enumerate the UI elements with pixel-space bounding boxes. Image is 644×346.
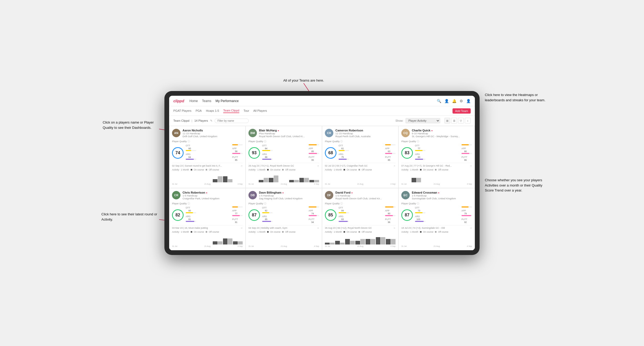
player-name[interactable]: Dave Billingham ● bbox=[259, 191, 319, 194]
filter-icon[interactable]: ▽ bbox=[458, 118, 464, 124]
bell-icon[interactable]: 🔔 bbox=[452, 99, 456, 103]
tab-tour[interactable]: Tour bbox=[243, 109, 249, 113]
quality-circle[interactable]: 93 bbox=[248, 147, 260, 159]
latest-round[interactable]: 03 Mar 23 | 19, Must make putting → bbox=[172, 225, 243, 229]
bar-offcourse bbox=[294, 180, 299, 182]
stat-bar bbox=[385, 206, 393, 207]
stat-value: 103 bbox=[415, 218, 420, 221]
player-card[interactable]: DF David Ford ● 1-5 Handicap Royal North… bbox=[322, 188, 398, 250]
stats-grid: OTT 60 APP 77 ARG 81 PU bbox=[186, 206, 243, 223]
bar-oncourse bbox=[325, 243, 330, 244]
player-name[interactable]: Charlie Quick ● bbox=[412, 129, 472, 132]
player-name[interactable]: Chris Robertson ● bbox=[183, 191, 243, 194]
latest-round[interactable]: 07 Aug 23 | 77 (+7), St George's Hill GC… bbox=[401, 163, 472, 167]
tab-hcaps[interactable]: Hcaps 1-5 bbox=[206, 109, 219, 113]
bar-oncourse bbox=[233, 241, 238, 244]
player-card[interactable]: DB Dave Billingham ● 1-5 Handicap Sag Ma… bbox=[246, 188, 322, 250]
latest-round[interactable]: 26 Aug 23 | 73 (+1), Royal North Devon G… bbox=[248, 163, 319, 167]
grid-view-icon[interactable]: ⊞ bbox=[444, 118, 450, 124]
stat-label: ARG bbox=[339, 215, 385, 218]
oncourse-dot bbox=[267, 231, 269, 233]
stat-value: 85 bbox=[262, 218, 267, 221]
add-team-button[interactable]: Add Team bbox=[453, 108, 471, 114]
stats-grid: OTT 60 APP 58 ARG 84 PU bbox=[186, 144, 243, 161]
activity-section: Activity · 1 Month On course Off course bbox=[401, 168, 472, 185]
edit-icon[interactable]: ✎ bbox=[210, 119, 212, 123]
tab-team-clippd[interactable]: Team Clippd bbox=[223, 109, 239, 113]
nav-home[interactable]: Home bbox=[189, 99, 198, 103]
stat-bar-container bbox=[385, 144, 396, 145]
stat-bar bbox=[232, 144, 238, 145]
bar-offcourse bbox=[360, 239, 365, 244]
chart-area: 31 Jul 21 Aug 4 Sep bbox=[325, 172, 396, 185]
stat-value: 79 bbox=[461, 212, 467, 215]
stat-value: 80 bbox=[461, 150, 467, 153]
player-card[interactable]: AN Aaron Nicholls 11-15 Handicap Drift G… bbox=[169, 126, 246, 188]
stat-bar bbox=[232, 153, 240, 154]
oncourse-dot bbox=[344, 169, 345, 171]
quality-circle[interactable]: 83 bbox=[401, 147, 413, 159]
activity-header: Activity · 1 Month On course Off course bbox=[248, 168, 319, 171]
activity-section: Activity · 1 Month On course Off course bbox=[401, 231, 472, 247]
list-view-icon[interactable]: ☰ bbox=[451, 118, 457, 124]
quality-circle[interactable]: 87 bbox=[401, 209, 413, 221]
nav-myperformance[interactable]: My Performance bbox=[216, 99, 239, 103]
chart-area: 31 Jul 21 Aug 4 Sep bbox=[401, 234, 472, 247]
bar-offcourse bbox=[304, 178, 309, 183]
quality-circle[interactable]: 85 bbox=[325, 209, 336, 221]
settings-icon[interactable]: ⚙ bbox=[460, 99, 463, 103]
tab-pga[interactable]: PGA bbox=[196, 109, 202, 113]
stat-bar-container bbox=[186, 159, 196, 160]
player-name[interactable]: Cameron Robertson bbox=[335, 129, 396, 132]
filter-input[interactable] bbox=[215, 119, 249, 123]
player-name[interactable]: Aaron Nicholls bbox=[183, 129, 243, 132]
stat-bar-container bbox=[186, 221, 196, 222]
show-select[interactable]: Player Activity Quality Score Trend bbox=[406, 118, 440, 123]
stat-bar-container bbox=[309, 206, 319, 207]
quality-circle[interactable]: 87 bbox=[248, 209, 260, 221]
stat-value: 85 bbox=[232, 159, 237, 161]
latest-round[interactable]: 02 Sep 23 | Sunset round to get back int… bbox=[172, 163, 243, 167]
nav-teams[interactable]: Teams bbox=[202, 99, 211, 103]
player-card[interactable]: EC Edward Crossman ● 1-5 Handicap Sunnin… bbox=[398, 188, 475, 250]
stat-value: 95 bbox=[309, 159, 314, 161]
bar-offcourse bbox=[417, 178, 421, 183]
bar-oncourse bbox=[223, 238, 228, 244]
chart-bars bbox=[248, 234, 319, 244]
quality-circle[interactable]: 82 bbox=[172, 209, 184, 221]
player-name[interactable]: Blair McHarg ● bbox=[259, 129, 319, 132]
quality-circle[interactable]: 68 bbox=[325, 147, 336, 159]
stat-bar-container bbox=[186, 150, 196, 151]
player-card[interactable]: CR Chris Robertson ● 1-5 Handicap Craigm… bbox=[169, 188, 246, 250]
player-header: CQ Charlie Quick ● 6-10 Handicap St. Geo… bbox=[401, 129, 472, 138]
stat-bar-container bbox=[232, 206, 243, 207]
latest-round[interactable]: 26 Aug 23 | 84 (+12), Royal North Devon … bbox=[325, 225, 396, 229]
ipad-frame: clippd Home Teams My Performance 🔍 👤 🔔 ⚙… bbox=[164, 91, 480, 255]
person-icon[interactable]: 👤 bbox=[444, 99, 449, 103]
player-card[interactable]: CR Cameron Robertson 11-15 Handicap Roya… bbox=[322, 126, 398, 188]
player-header: AN Aaron Nicholls 11-15 Handicap Drift G… bbox=[172, 129, 243, 138]
tab-all-players[interactable]: All Players bbox=[253, 109, 267, 113]
oncourse-dot bbox=[420, 169, 422, 171]
sort-icon[interactable]: ↕ bbox=[465, 118, 471, 124]
player-name[interactable]: Edward Crossman ● bbox=[412, 191, 472, 194]
bar-offcourse bbox=[330, 243, 335, 244]
stat-value: 63 bbox=[385, 150, 390, 153]
stat-label: APP bbox=[385, 209, 396, 212]
player-card[interactable]: BM Blair McHarg ● Plus Handicap Royal No… bbox=[246, 126, 322, 188]
player-name[interactable]: David Ford ● bbox=[335, 191, 396, 194]
tab-pgat[interactable]: PGAT Players bbox=[173, 109, 191, 113]
player-card[interactable]: CQ Charlie Quick ● 6-10 Handicap St. Geo… bbox=[398, 126, 475, 188]
annotation-left2: Click here to see their latest round or … bbox=[101, 212, 159, 222]
quality-section: 68 OTT 61 APP 63 ARG 75 bbox=[325, 144, 396, 161]
avatar-icon[interactable]: 👤 bbox=[466, 99, 471, 103]
search-icon[interactable]: 🔍 bbox=[437, 99, 441, 103]
players-grid: AN Aaron Nicholls 11-15 Handicap Drift G… bbox=[169, 126, 475, 250]
player-avatar: CR bbox=[325, 129, 333, 137]
latest-round[interactable]: 18 Jul 23 | 74 (+4), Sunningdale GC - Ol… bbox=[401, 225, 472, 229]
latest-round[interactable]: 04 Sep 23 | Mobility with coach, Gym → bbox=[248, 225, 319, 229]
quality-label: Player Quality ⓘ bbox=[172, 140, 243, 143]
player-info: Cameron Robertson 11-15 Handicap Royal P… bbox=[335, 129, 396, 138]
latest-round[interactable]: 02 Jul 23 | 59 (+17), Craigmillar Park G… bbox=[325, 163, 396, 167]
quality-circle[interactable]: 74 bbox=[172, 147, 184, 159]
